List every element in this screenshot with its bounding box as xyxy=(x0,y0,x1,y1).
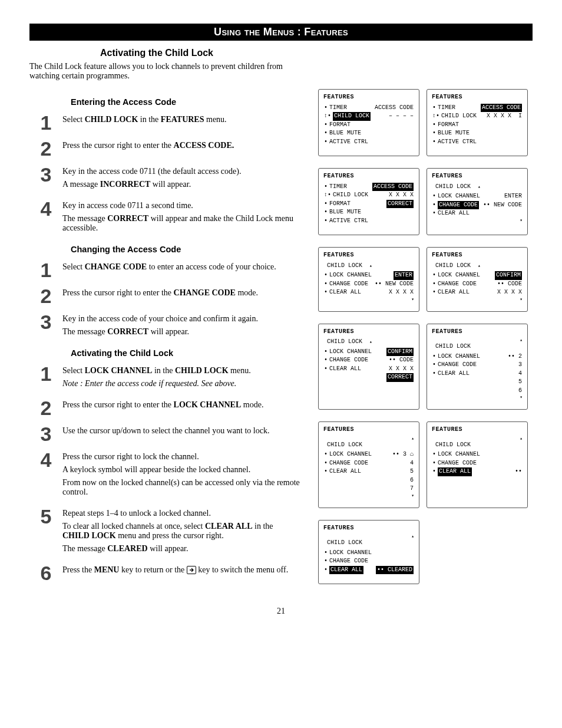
step: 6Press the MENU key to return or the key… xyxy=(29,563,300,583)
step: 2Press the cursor right to enter the ACC… xyxy=(29,139,300,159)
step-paragraph: Press the MENU key to return or the key … xyxy=(62,565,300,575)
osd-panel: FEATURES CHILD LOCK ▴ •LOCK CHANNELCONFI… xyxy=(427,247,528,312)
step-number: 2 xyxy=(29,286,62,306)
step-paragraph: To clear all locked channels at once, se… xyxy=(62,522,300,541)
step-paragraph: Select CHILD LOCK in the FEATURES menu. xyxy=(62,115,300,124)
step: 4Press the cursor right to lock the chan… xyxy=(29,450,300,500)
step-body: Use the cursor up/down to select the cha… xyxy=(62,424,300,439)
step-number: 5 xyxy=(29,506,62,526)
osd-panel: FEATURES CHILD LOCK ▴ •LOCK CHANNELENTER… xyxy=(427,168,528,235)
step: 1Select CHILD LOCK in the FEATURES menu. xyxy=(29,113,300,133)
main-heading: Activating the Child Lock xyxy=(100,48,533,58)
step-body: Select CHILD LOCK in the FEATURES menu. xyxy=(62,113,300,128)
step-number: 2 xyxy=(29,398,62,418)
text-column: Entering the Access Code 1Select CHILD L… xyxy=(29,89,300,596)
step-body: Key in the access code of your choice an… xyxy=(62,312,300,340)
step: 2Press the cursor right to enter the LOC… xyxy=(29,398,300,418)
step: 3Key in the access code of your choice a… xyxy=(29,312,300,340)
step-body: Select CHANGE CODE to enter an access co… xyxy=(62,260,300,275)
step: 4Key in access code 0711 a second time.T… xyxy=(29,199,300,236)
step-body: Press the cursor right to enter the LOCK… xyxy=(62,398,300,413)
step-paragraph: Repeat steps 1–4 to unlock a locked chan… xyxy=(62,509,300,518)
step-body: Select LOCK CHANNEL in the CHILD LOCK me… xyxy=(62,364,300,392)
page-number: 21 xyxy=(29,607,533,616)
step-paragraph: Key in access code 0711 a second time. xyxy=(62,201,300,210)
step-number: 2 xyxy=(29,139,62,159)
step-number: 4 xyxy=(29,199,62,219)
step-paragraph: Use the cursor up/down to select the cha… xyxy=(62,426,300,436)
step: 3Key in the access code 0711 (the defaul… xyxy=(29,164,300,193)
osd-panel: FEATURES ▴ CHILD LOCK •LOCK CHANNEL •CHA… xyxy=(427,421,528,508)
section-steps-change: 1Select CHANGE CODE to enter an access c… xyxy=(29,260,300,340)
step: 3Use the cursor up/down to select the ch… xyxy=(29,424,300,444)
step-body: Key in the access code 0711 (the default… xyxy=(62,164,300,193)
step-paragraph: Select LOCK CHANNEL in the CHILD LOCK me… xyxy=(62,366,300,375)
step-paragraph: A keylock symbol will appear beside the … xyxy=(62,465,300,475)
lock-icon: ⌂ xyxy=(410,451,414,457)
step-paragraph: The message CLEARED will appear. xyxy=(62,544,300,554)
step-paragraph: Key in the access code 0711 (the default… xyxy=(62,167,300,176)
osd-panel: FEATURES •TIMERACCESS CODE ↕•CHILD LOCKX… xyxy=(427,89,528,156)
step-body: Press the cursor right to enter the ACCE… xyxy=(62,139,300,154)
step-number: 1 xyxy=(29,113,62,133)
step-number: 1 xyxy=(29,364,62,384)
step-paragraph: The message CORRECT will appear and make… xyxy=(62,214,300,233)
exit-icon xyxy=(187,566,196,574)
osd-panel: FEATURES ▴ CHILD LOCK •LOCK CHANNEL•• 2 … xyxy=(427,324,528,410)
step-number: 3 xyxy=(29,312,62,332)
osd-panel: FEATURES CHILD LOCK ▴ •LOCK CHANNELENTER… xyxy=(318,247,419,312)
step-paragraph: Press the cursor right to enter the ACCE… xyxy=(62,141,300,150)
step-number: 1 xyxy=(29,260,62,280)
step-body: Press the cursor right to lock the chann… xyxy=(62,450,300,500)
section-heading-activate: Activating the Child Lock xyxy=(71,348,300,358)
osd-panel: FEATURES •TIMERACCESS CODE ↕•CHILD LOCKX… xyxy=(318,168,419,235)
step-paragraph: Press the cursor right to lock the chann… xyxy=(62,452,300,462)
step-paragraph: Note : Enter the access code if requeste… xyxy=(62,379,300,388)
step-body: Press the MENU key to return or the key … xyxy=(62,563,300,578)
step-paragraph: From now on the locked channel(s) can be… xyxy=(62,478,300,497)
osd-panel: FEATURES •TIMERACCESS CODE ↕•CHILD LOCK–… xyxy=(318,89,419,156)
step-number: 4 xyxy=(29,450,62,470)
section-heading-enter: Entering the Access Code xyxy=(71,97,300,107)
step-body: Repeat steps 1–4 to unlock a locked chan… xyxy=(62,506,300,557)
step: 2Press the cursor right to enter the CHA… xyxy=(29,286,300,306)
step-paragraph: The message CORRECT will appear. xyxy=(62,327,300,337)
section-steps-enter: 1Select CHILD LOCK in the FEATURES menu.… xyxy=(29,113,300,236)
page-banner: Using the Menus : Features xyxy=(29,24,533,41)
section-steps-activate: 1Select LOCK CHANNEL in the CHILD LOCK m… xyxy=(29,364,300,583)
step-paragraph: Key in the access code of your choice an… xyxy=(62,314,300,324)
step-number: 6 xyxy=(29,563,62,583)
step-paragraph: A message INCORRECT will appear. xyxy=(62,180,300,189)
osd-panel: FEATURES ▴ CHILD LOCK •LOCK CHANNEL •CHA… xyxy=(318,520,419,585)
step-paragraph: Select CHANGE CODE to enter an access co… xyxy=(62,262,300,272)
step-number: 3 xyxy=(29,424,62,444)
step-paragraph: Press the cursor right to enter the CHAN… xyxy=(62,288,300,298)
section-heading-change: Changing the Access Code xyxy=(71,245,300,254)
step-paragraph: Press the cursor right to enter the LOCK… xyxy=(62,400,300,410)
osd-panel: FEATURES ▴ CHILD LOCK •LOCK CHANNEL•• 3 … xyxy=(318,421,419,508)
step-body: Key in access code 0711 a second time.Th… xyxy=(62,199,300,236)
step: 1Select CHANGE CODE to enter an access c… xyxy=(29,260,300,280)
step-number: 3 xyxy=(29,164,62,185)
step-body: Press the cursor right to enter the CHAN… xyxy=(62,286,300,301)
step: 1Select LOCK CHANNEL in the CHILD LOCK m… xyxy=(29,364,300,392)
osd-column: FEATURES •TIMERACCESS CODE ↕•CHILD LOCK–… xyxy=(318,89,542,596)
osd-panel: FEATURES CHILD LOCK ▴ •LOCK CHANNELCONFI… xyxy=(318,324,419,410)
intro-paragraph: The Child Lock feature allows you to loc… xyxy=(29,62,300,81)
step: 5Repeat steps 1–4 to unlock a locked cha… xyxy=(29,506,300,557)
